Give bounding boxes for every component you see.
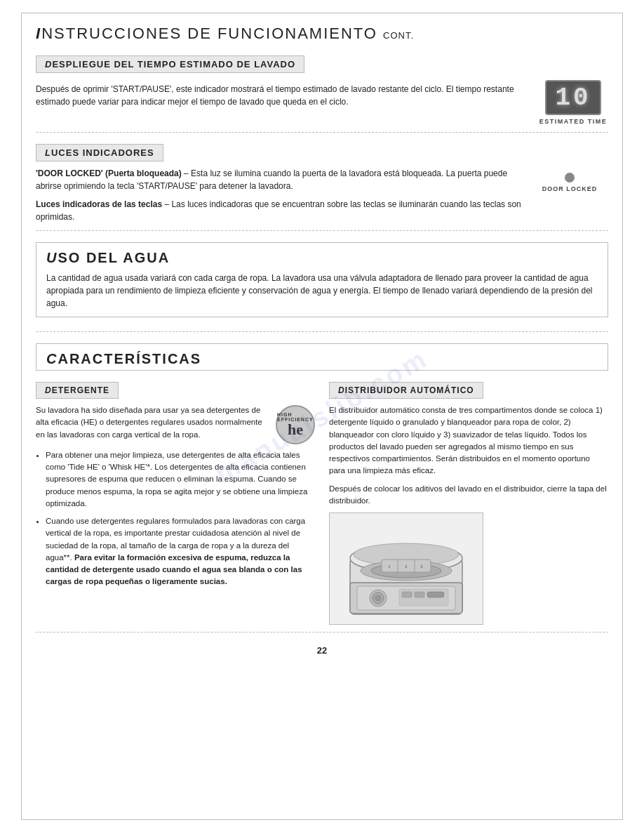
distribuidor-title-box: DISTRIBUIDOR AUTOMÁTICO	[329, 382, 483, 399]
door-locked-label: DOOR LOCKED	[542, 185, 598, 192]
door-locked-title: 'DOOR LOCKED'	[36, 168, 103, 178]
digit-value: 10	[555, 84, 591, 112]
despliegue-title-rest: ESPLIEGUE DEL TIEMPO ESTIMADO DE LAVADO	[52, 59, 295, 70]
distribuidor-para2: Después de colocar los aditivos del lava…	[329, 483, 608, 508]
distrib-first-letter: D	[338, 385, 345, 395]
page-border: manualslib.com INSTRUCCIONES DE FUNCIONA…	[21, 13, 623, 820]
washer-svg: 1 2 3	[336, 516, 476, 621]
luces-section: LUCES INDICADORES 'DOOR LOCKED' (Puerta …	[36, 144, 608, 231]
uso-agua-section: USO DEL AGUA La cantidad de agua usada v…	[36, 242, 608, 332]
distribuidor-para1: El distribuidor automático consta de tre…	[329, 404, 608, 477]
svg-point-15	[375, 595, 381, 601]
distrib-title-rest: ISTRIBUIDOR AUTOMÁTICO	[345, 385, 474, 395]
bullet-2-text: Cuando use detergentes regulares formula…	[46, 517, 305, 585]
bullet-2-bold: Para evitar la formación excesiva de esp…	[46, 553, 302, 586]
main-title: INSTRUCCIONES DE FUNCIONAMIENTO CONT.	[36, 25, 608, 43]
two-col-layout: DETERGENTE Su lavadora ha sido diseñada …	[36, 382, 608, 625]
carac-first-letter: C	[46, 351, 58, 366]
distribuidor-title: DISTRIBUIDOR AUTOMÁTICO	[338, 385, 474, 395]
luces-text: 'DOOR LOCKED' (Puerta bloqueada) – Esta …	[36, 167, 524, 223]
despliegue-section: DESPLIEGUE DEL TIEMPO ESTIMADO DE LAVADO…	[36, 55, 608, 133]
door-locked-dot	[565, 173, 575, 183]
bullet-item-2: Cuando use detergentes regulares formula…	[46, 515, 315, 588]
door-locked-widget: DOOR LOCKED	[531, 173, 608, 192]
despliegue-row: Después de oprimir 'START/PAUSE', este i…	[36, 79, 608, 125]
luces-row: 'DOOR LOCKED' (Puerta bloqueada) – Esta …	[36, 167, 608, 223]
svg-rect-18	[415, 592, 424, 597]
detergente-first-letter: D	[45, 385, 52, 395]
luces-first-letter: L	[45, 147, 51, 158]
despliegue-title: DESPLIEGUE DEL TIEMPO ESTIMADO DE LAVADO	[45, 59, 295, 70]
carac-title: CARACTERÍSTICAS	[46, 351, 598, 367]
luces-title-rest: UCES INDICADORES	[51, 147, 154, 158]
caracteristicas-section: CARACTERÍSTICAS DETERGENTE Su lavadora h…	[36, 343, 608, 633]
door-locked-subtitle: (Puerta bloqueada)	[105, 168, 182, 178]
luces-title: LUCES INDICADORES	[45, 147, 154, 158]
svg-rect-19	[427, 592, 444, 597]
detergente-intro-row: Su lavadora ha sido diseñada para usar y…	[36, 404, 315, 445]
estimated-time-label: ESTIMATED TIME	[539, 118, 607, 125]
detergente-bullet-list: Para obtener una mejor limpieza, use det…	[36, 449, 315, 588]
he-badge: HIGH EFFICIENCY he	[276, 405, 315, 444]
detergente-title-rest: ETERGENTE	[52, 385, 109, 395]
despliegue-body: Después de oprimir 'START/PAUSE', este i…	[36, 83, 525, 108]
despliegue-first-letter: D	[45, 59, 52, 70]
title-first-letter: I	[36, 25, 41, 42]
teclas-title: Luces indicadoras de las teclas	[36, 199, 162, 209]
teclas-paragraph: Luces indicadoras de las teclas – Las lu…	[36, 198, 524, 223]
luces-title-box: LUCES INDICADORES	[36, 144, 163, 161]
uso-title-rest: SO DEL AGUA	[58, 250, 170, 265]
page-number: 22	[36, 645, 608, 656]
detergente-title-box: DETERGENTE	[36, 382, 119, 399]
detergente-intro: Su lavadora ha sido diseñada para usar y…	[36, 404, 269, 441]
title-main: NSTRUCCIONES DE FUNCIONAMIENTO	[41, 25, 377, 42]
estimated-time-widget: 10 ESTIMATED TIME	[538, 80, 608, 125]
title-cont: CONT.	[383, 30, 414, 41]
uso-agua-title: USO DEL AGUA	[46, 250, 598, 266]
washer-illustration: 1 2 3	[329, 512, 483, 625]
despliegue-title-box: DESPLIEGUE DEL TIEMPO ESTIMADO DE LAVADO	[36, 55, 304, 73]
bullet-item-1: Para obtener una mejor limpieza, use det…	[46, 449, 315, 510]
carac-title-rest: ARACTERÍSTICAS	[58, 351, 201, 366]
uso-agua-box: USO DEL AGUA La cantidad de agua usada v…	[36, 242, 608, 317]
he-badge-main: he	[288, 422, 303, 437]
svg-rect-17	[402, 592, 412, 597]
distribuidor-col: DISTRIBUIDOR AUTOMÁTICO El distribuidor …	[329, 382, 608, 625]
detergente-title: DETERGENTE	[45, 385, 109, 395]
uso-first-letter: U	[46, 250, 58, 265]
detergente-col: DETERGENTE Su lavadora ha sido diseñada …	[36, 382, 315, 625]
door-locked-paragraph: 'DOOR LOCKED' (Puerta bloqueada) – Esta …	[36, 167, 524, 192]
carac-title-box: CARACTERÍSTICAS	[36, 343, 608, 371]
uso-agua-body: La cantidad de agua usada variará con ca…	[46, 272, 598, 310]
digit-display: 10	[545, 80, 601, 115]
